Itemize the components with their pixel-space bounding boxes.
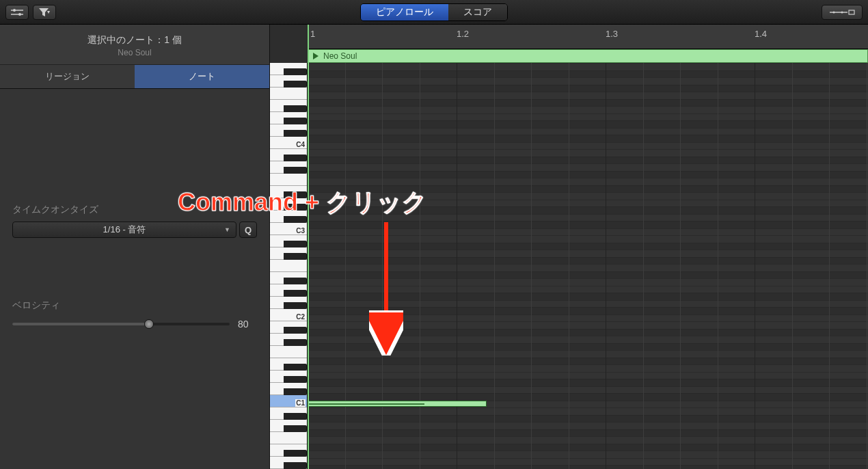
- inspector-tabs: リージョン ノート: [0, 64, 269, 89]
- selection-title: 選択中のノート：1 個: [0, 34, 269, 46]
- quantize-dropdown[interactable]: 1/16 - 音符 ▼: [12, 222, 236, 238]
- quantize-value: 1/16 - 音符: [103, 224, 146, 236]
- svg-point-7: [841, 11, 843, 13]
- inspector-body: タイムクオンタイズ 1/16 - 音符 ▼ Q ベロシティ 80: [0, 89, 269, 469]
- inspector-panel: 選択中のノート：1 個 Neo Soul リージョン ノート タイムクオンタイズ…: [0, 25, 270, 469]
- slider-track[interactable]: [12, 323, 230, 325]
- settings-button[interactable]: [5, 5, 29, 20]
- svg-marker-9: [313, 53, 318, 59]
- toolbar: ▾ ピアノロール スコア: [0, 0, 868, 25]
- chevron-down-icon: ▼: [224, 226, 230, 233]
- tab-note[interactable]: ノート: [135, 65, 269, 88]
- svg-point-3: [18, 13, 21, 16]
- svg-rect-8: [849, 10, 854, 14]
- svg-point-6: [833, 11, 835, 13]
- view-tabs: ピアノロール スコア: [360, 3, 508, 21]
- piano-keyboard[interactable]: C4C3C2C1C0: [270, 63, 308, 469]
- region-header[interactable]: Neo Soul: [308, 49, 868, 63]
- svg-point-1: [13, 9, 16, 12]
- region-name: Neo Soul: [323, 51, 357, 61]
- tab-region[interactable]: リージョン: [0, 65, 135, 88]
- velocity-slider[interactable]: 80: [12, 319, 257, 330]
- ruler-mark: 1.4: [755, 29, 767, 39]
- selection-subtitle: Neo Soul: [0, 48, 269, 57]
- play-icon: [312, 53, 319, 59]
- filter-button[interactable]: ▾: [33, 5, 56, 20]
- inspector-header: 選択中のノート：1 個 Neo Soul: [0, 25, 269, 64]
- note-grid[interactable]: [308, 63, 868, 469]
- slider-thumb[interactable]: [144, 319, 154, 329]
- ruler-mark: 1.3: [606, 29, 618, 39]
- quantize-label: タイムクオンタイズ: [12, 204, 257, 216]
- midi-note[interactable]: [308, 401, 487, 407]
- time-ruler[interactable]: 1 1.2 1.3 1.4: [308, 25, 868, 49]
- playhead[interactable]: [308, 25, 309, 469]
- ruler-mark: 1.2: [457, 29, 469, 39]
- tab-score[interactable]: スコア: [448, 4, 507, 21]
- roll-body: C4C3C2C1C0: [270, 63, 868, 469]
- main: 選択中のノート：1 個 Neo Soul リージョン ノート タイムクオンタイズ…: [0, 25, 868, 469]
- zoom-tool[interactable]: [822, 5, 863, 20]
- velocity-value: 80: [238, 319, 257, 330]
- ruler-mark: 1: [310, 29, 315, 39]
- sliders-icon: [11, 8, 23, 16]
- zoom-icon: [828, 8, 856, 17]
- velocity-label: ベロシティ: [12, 299, 257, 312]
- tab-piano-roll[interactable]: ピアノロール: [361, 4, 448, 21]
- slider-fill: [12, 323, 149, 325]
- quantize-button[interactable]: Q: [239, 222, 257, 238]
- piano-roll: 1 1.2 1.3 1.4 Neo Soul C4C3C2C1C0: [270, 25, 868, 469]
